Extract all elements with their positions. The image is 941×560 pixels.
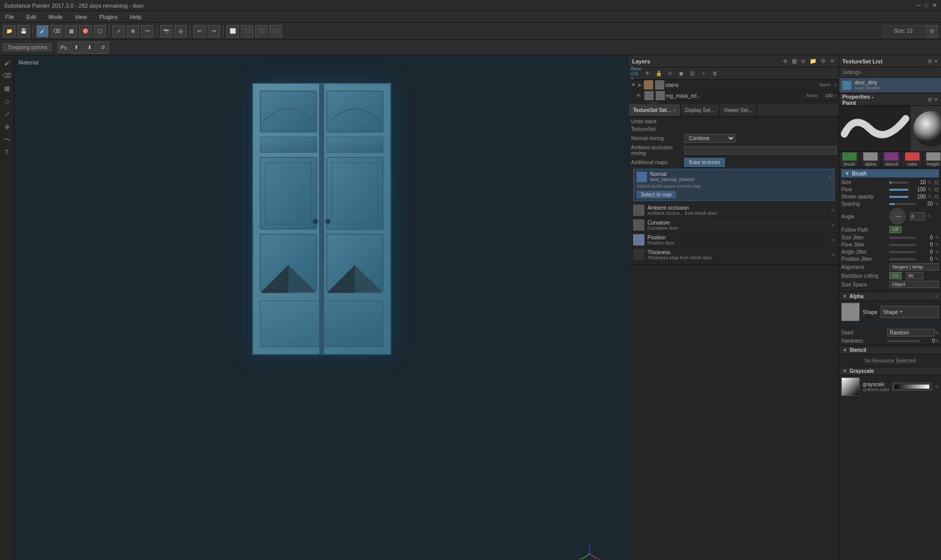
brush-flow-slider[interactable]	[889, 189, 908, 191]
seed-edit-btn[interactable]: ✎	[935, 330, 939, 335]
ao-mixing-input[interactable]	[684, 146, 837, 154]
brush-size-slider[interactable]	[889, 182, 908, 184]
brush-flow-edit-btn[interactable]: ✎	[928, 187, 932, 192]
texset-tab-display[interactable]: Display Set...	[681, 104, 720, 116]
tool-transform-btn[interactable]: ⤢	[113, 25, 125, 37]
brush-size-space-dropdown[interactable]: Object	[889, 281, 939, 288]
layers-settings-btn[interactable]: ⚙	[820, 58, 827, 64]
seed-input[interactable]: Random	[887, 329, 935, 337]
layers-solo-btn[interactable]: ⊙	[665, 69, 675, 78]
tool-save-btn[interactable]: 💾	[17, 25, 30, 37]
map-x-ao[interactable]: ×	[832, 207, 835, 213]
bake-textures-btn[interactable]: Bake textures	[684, 158, 725, 167]
ps-btn[interactable]: Ps	[58, 42, 69, 53]
tool-camera-btn[interactable]: 📷	[160, 25, 172, 37]
texset-tab-settings[interactable]: TextureSet Set... ×	[629, 104, 681, 116]
tool-mat-btn[interactable]: ⬛	[270, 25, 282, 37]
brush-stroke-opacity-slider[interactable]	[889, 196, 908, 198]
stencil-collapse-btn[interactable]: ▼	[842, 347, 847, 353]
close-btn[interactable]: ✕	[932, 2, 937, 9]
alpha-section-x[interactable]: ×	[935, 293, 938, 299]
select-id-map-btn[interactable]: Select id map	[637, 191, 676, 198]
layers-add-fill-btn[interactable]: ▦	[791, 58, 798, 64]
left-icon-clone[interactable]: ⊕	[2, 121, 13, 132]
left-icon-paint[interactable]: 🖌	[2, 57, 13, 69]
layer-eye-stains[interactable]: 👁	[631, 82, 638, 87]
normal-mixing-dropdown[interactable]: Combine	[684, 134, 735, 143]
left-icon-text[interactable]: T	[2, 147, 13, 158]
texset-tab-viewer[interactable]: Viewer Set...	[720, 104, 757, 116]
map-x-curvature[interactable]: ×	[832, 222, 835, 228]
texset-list-expand-btn[interactable]: ⊞	[928, 58, 932, 64]
texset-list-item-door[interactable]: door_dirty Main shader	[839, 78, 941, 93]
left-icon-erase[interactable]: ⌫	[2, 70, 13, 81]
menu-edit[interactable]: Edit	[24, 13, 39, 21]
tool-file-btn[interactable]: 📁	[3, 25, 15, 37]
brush-angle-edit-btn[interactable]: ✎	[927, 214, 931, 219]
grayscale-collapse-btn[interactable]: ▼	[842, 368, 847, 374]
props-expand-btn[interactable]: ⊞	[928, 97, 932, 102]
brush-angle-jitter-edit-btn[interactable]: ✎	[935, 249, 939, 255]
layers-chain-btn[interactable]: ⛓	[687, 69, 698, 78]
menu-help[interactable]: Help	[127, 13, 145, 21]
map-x-thickness[interactable]: ×	[832, 252, 835, 258]
layer-fold-stains[interactable]: ▶	[638, 82, 642, 87]
layers-add-group-btn[interactable]: 📁	[809, 58, 818, 64]
tool-smudge-btn[interactable]: 〜	[141, 25, 153, 37]
brush-angle-jitter-slider[interactable]	[889, 251, 915, 253]
tool-render-btn[interactable]: ⬜	[227, 25, 239, 37]
layer-row-stains[interactable]: 👁 ▶ stains Norm ×	[629, 80, 839, 91]
left-icon-fill[interactable]: ▦	[2, 83, 13, 94]
texset-tab-x[interactable]: ×	[673, 107, 676, 113]
alpha-collapse-btn[interactable]: ▼	[842, 294, 847, 299]
brush-picker-btn[interactable]: ⊙	[926, 25, 938, 37]
layer-eye-mgmask[interactable]: 👁	[636, 93, 643, 98]
brush-stroke-opacity-edit-btn[interactable]: ✎	[928, 194, 932, 199]
minimize-btn[interactable]: ─	[917, 2, 921, 9]
layer-x-mgmask[interactable]: ×	[834, 93, 837, 99]
layers-eye-btn[interactable]: 👁	[642, 69, 653, 78]
menu-mode[interactable]: Mode	[46, 13, 66, 21]
viewport[interactable]: Material	[14, 55, 629, 560]
layers-base-col-btn[interactable]: Base Col ×	[631, 69, 641, 78]
brush-backface-value[interactable]: On	[889, 272, 902, 279]
layers-mask-btn[interactable]: ◼	[676, 69, 686, 78]
brush-stroke-opacity-link-btn[interactable]: ⛓	[934, 194, 939, 199]
channel-tab-stencil[interactable]: stencil	[881, 152, 902, 167]
layer-x-stains[interactable]: ×	[834, 82, 837, 88]
props-close-btn[interactable]: ✕	[934, 97, 938, 102]
brush-alignment-dropdown[interactable]: Tangent | Wrap	[889, 263, 939, 271]
tool-2d-btn[interactable]: ⬛	[241, 25, 253, 37]
brush-size-jitter-slider[interactable]	[889, 237, 915, 239]
menu-plugins[interactable]: Plugins	[96, 13, 121, 21]
grayscale-gradient[interactable]	[895, 385, 929, 389]
hardness-edit-btn[interactable]: ✎	[935, 338, 939, 344]
left-icon-smudge[interactable]: 〜	[2, 134, 13, 145]
brush-spacing-slider[interactable]	[889, 203, 915, 205]
layers-add-filter-btn[interactable]: ⊘	[800, 58, 806, 64]
brush-flow-jitter-slider[interactable]	[889, 244, 915, 246]
tool-env-btn[interactable]: ◎	[174, 25, 187, 37]
brush-backface-angle[interactable]: 90	[906, 272, 924, 279]
brush-follow-path-value[interactable]: Off	[889, 226, 902, 233]
layers-close-btn[interactable]: ✕	[829, 58, 836, 64]
map-x-position[interactable]: ×	[832, 237, 835, 243]
tool-3d-btn[interactable]: ⬛	[255, 25, 267, 37]
tool-select-btn[interactable]: ▢	[94, 25, 106, 37]
channel-tab-brush[interactable]: brush	[839, 152, 860, 167]
sync-btn[interactable]: ↺	[97, 41, 109, 54]
export-btn[interactable]: ⬆	[70, 41, 82, 54]
brush-angle-dial[interactable]	[889, 208, 906, 225]
channel-tab-height[interactable]: height	[923, 152, 941, 167]
layers-refresh-btn[interactable]: ⊕	[782, 58, 789, 64]
maximize-btn[interactable]: □	[925, 2, 928, 9]
grayscale-edit-btn[interactable]: ✎	[935, 384, 939, 390]
brush-size-jitter-edit-btn[interactable]: ✎	[935, 235, 939, 240]
brush-size-link-btn[interactable]: ⛓	[934, 180, 939, 185]
brush-spacing-edit-btn[interactable]: ✎	[935, 201, 939, 207]
brush-flow-jitter-edit-btn[interactable]: ✎	[935, 242, 939, 248]
layers-add-btn[interactable]: +	[699, 69, 709, 78]
tool-erase-btn[interactable]: ⌫	[51, 25, 63, 37]
normal-map-x[interactable]: ×	[828, 174, 831, 180]
left-icon-poly[interactable]: ◇	[2, 96, 13, 107]
